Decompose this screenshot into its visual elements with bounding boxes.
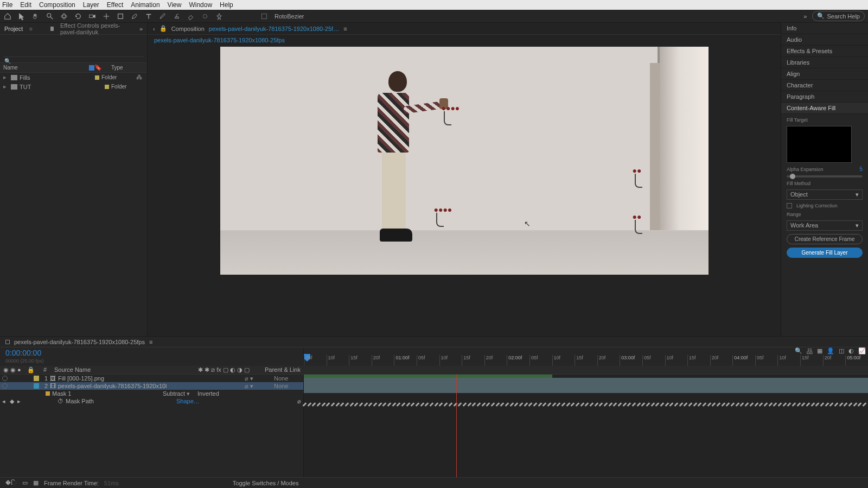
orbit-tool-icon[interactable] (60, 12, 68, 21)
timeline-footer-toggle-icon[interactable]: ▭ (22, 479, 28, 486)
draft-3d-icon[interactable]: ▦ (817, 347, 822, 356)
frame-blend-icon[interactable]: ◫ (839, 347, 844, 356)
parent-none[interactable]: None (274, 375, 301, 382)
keyframe-diamond-icon[interactable] (646, 402, 650, 407)
label-color-icon[interactable] (34, 383, 39, 389)
comp-toggle-icon[interactable]: 🔒 (159, 25, 167, 32)
keyframe-diamond-icon[interactable] (707, 402, 711, 407)
mask-color-icon[interactable] (46, 391, 50, 396)
layer-bar-2[interactable] (304, 385, 868, 393)
source-name-header[interactable]: Source Name (54, 366, 91, 373)
tab-effect-controls[interactable]: Effect Controls pexels-pavel-danilyuk (60, 22, 133, 35)
menu-help[interactable]: Help (220, 1, 233, 9)
ruler-tick[interactable]: 15f (462, 355, 484, 366)
keyframe-diamond-icon[interactable] (373, 402, 378, 407)
keyframe-diamond-icon[interactable] (462, 402, 467, 407)
keyframe-diamond-icon[interactable] (524, 402, 528, 407)
keyframe-diamond-icon[interactable] (665, 402, 669, 407)
composition-viewer[interactable]: ●●●● ●●●● ●● ●● ↖ (220, 47, 709, 275)
keyframe-diamond-icon[interactable] (792, 402, 796, 407)
zoom-tool-icon[interactable] (46, 12, 54, 21)
col-type[interactable]: Type (111, 65, 144, 71)
time-ruler[interactable]: 05f10f15f20f01:00f05f10f15f20f02:00f05f1… (304, 355, 868, 366)
keyframe-diamond-icon[interactable] (825, 402, 829, 407)
hand-tool-icon[interactable] (31, 12, 40, 21)
timeline-footer-toggle-icon[interactable]: ▦ (33, 479, 39, 486)
ruler-tick[interactable]: 05f (755, 355, 778, 366)
keyframe-diamond-icon[interactable] (806, 402, 810, 407)
brush-tool-icon[interactable] (158, 12, 167, 21)
caf-create-reference-button[interactable]: Create Reference Frame (787, 234, 863, 244)
keyframe-diamond-icon[interactable] (519, 402, 523, 407)
keyframe-diamond-icon[interactable] (552, 402, 556, 407)
type-tool-icon[interactable] (144, 12, 153, 21)
keyframe-diamond-icon[interactable] (458, 402, 462, 407)
keyframe-diamond-icon[interactable] (420, 402, 424, 407)
caf-lighting-correction[interactable]: Lighting Correction (787, 203, 863, 208)
keyframe-diamond-icon[interactable] (557, 402, 561, 407)
ruler-tick[interactable]: 15f (687, 355, 710, 366)
project-search[interactable] (3, 56, 144, 59)
selection-tool-icon[interactable] (17, 12, 26, 21)
stopwatch-icon[interactable]: ⏱ (58, 398, 63, 404)
keyframe-diamond-icon[interactable] (698, 402, 702, 407)
keyframe-diamond-icon[interactable] (326, 402, 330, 407)
timeline-footer-toggle-icon[interactable]: �િ (5, 479, 17, 486)
keyframe-diamond-icon[interactable] (594, 402, 598, 407)
keyframe-diamond-icon[interactable] (542, 402, 547, 407)
keyframe-diamond-icon[interactable] (669, 402, 674, 407)
keyframe-diamond-icon[interactable] (571, 402, 575, 407)
toggle-switches-modes[interactable]: Toggle Switches / Modes (233, 480, 299, 486)
rotobezier-checkbox[interactable] (261, 14, 267, 19)
keyframe-diamond-icon[interactable] (618, 402, 622, 407)
keyframe-diamond-icon[interactable] (848, 402, 853, 407)
layer-bar-1[interactable] (304, 378, 868, 385)
keyframe-diamond-icon[interactable] (495, 402, 500, 407)
ruler-tick[interactable]: 15f (349, 355, 372, 366)
eraser-tool-icon[interactable] (187, 12, 195, 21)
current-time-display[interactable]: 0:00:00:00 (0, 347, 303, 358)
keyframe-diamond-icon[interactable] (684, 402, 688, 407)
keyframe-diamond-icon[interactable] (472, 402, 476, 407)
caf-lighting-checkbox[interactable] (787, 203, 792, 208)
menu-view[interactable]: View (168, 1, 182, 9)
keyframe-diamond-icon[interactable] (740, 402, 744, 407)
keyframe-diamond-icon[interactable] (688, 402, 693, 407)
clone-stamp-tool-icon[interactable] (173, 12, 181, 21)
keyframe-diamond-icon[interactable] (604, 402, 608, 407)
comp-tab-menu-icon[interactable]: ≡ (343, 26, 347, 32)
ruler-tick[interactable]: 20f (710, 355, 733, 366)
timeline-tab[interactable]: pexels-pavel-danilyuk-7816375-1920x1080-… (14, 339, 145, 345)
keyframe-diamond-icon[interactable] (754, 402, 758, 407)
keyframe-diamond-icon[interactable] (359, 402, 363, 407)
ruler-tick[interactable]: 10f (327, 355, 349, 366)
keyframe-diamond-icon[interactable] (674, 402, 679, 407)
keyframe-diamond-icon[interactable] (590, 402, 594, 407)
pen-tool-icon[interactable] (130, 12, 139, 21)
keyframe-diamond-icon[interactable] (528, 402, 533, 407)
motion-blur-icon[interactable]: ◐ (848, 347, 854, 356)
keyframe-diamond-icon[interactable] (721, 402, 725, 407)
rotate-tool-icon[interactable] (74, 12, 82, 21)
track-area[interactable] (304, 375, 868, 477)
mask-shape-link[interactable]: Shape… (176, 398, 200, 404)
keyframe-diamond-icon[interactable] (580, 402, 584, 407)
layer-row-1[interactable]: 1 🖼 Fill [000-125].png ⌀ ▾ None (0, 375, 303, 382)
keyframe-diamond-icon[interactable] (717, 402, 721, 407)
layer-row-2[interactable]: 2 🎞 pexels-pavel-danilyuk-7816375-1920x1… (0, 382, 303, 390)
keyframe-diamond-icon[interactable] (317, 402, 321, 407)
search-help-field[interactable]: 🔍 Search Help (812, 11, 865, 21)
menu-file[interactable]: File (2, 1, 12, 9)
keyframe-diamond-icon[interactable] (340, 402, 344, 407)
ruler-tick[interactable]: 02:00f (507, 355, 529, 366)
keyframe-diamond-icon[interactable] (307, 402, 311, 407)
keyframe-diamond-icon[interactable] (622, 402, 627, 407)
slider-thumb-icon[interactable] (790, 174, 795, 179)
keyframe-diamond-icon[interactable] (490, 402, 495, 407)
keyframe-diamond-icon[interactable] (660, 402, 665, 407)
panel-align[interactable]: Align (781, 68, 868, 80)
keyframe-track[interactable] (304, 401, 868, 408)
keyframe-diamond-icon[interactable] (627, 402, 631, 407)
keyframe-diamond-icon[interactable] (509, 402, 514, 407)
roto-brush-tool-icon[interactable] (201, 12, 209, 21)
